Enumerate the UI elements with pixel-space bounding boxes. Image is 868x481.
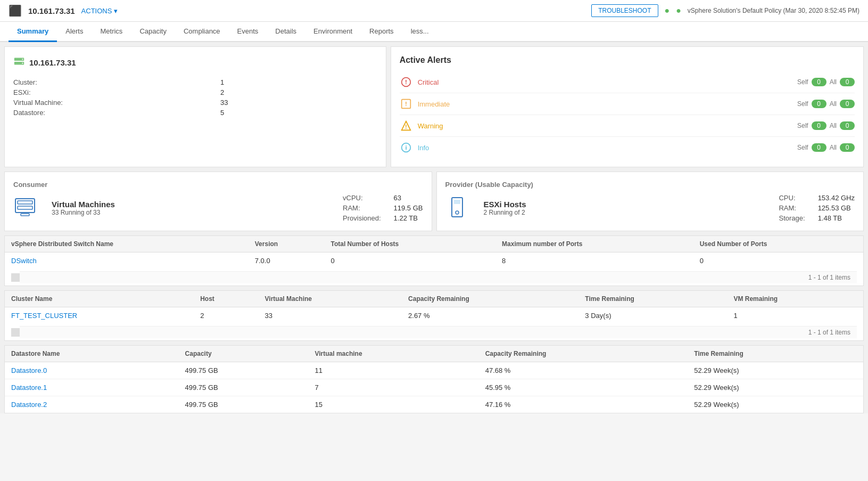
tab-reports[interactable]: Reports: [361, 22, 402, 42]
provider-stats: CPU: 153.42 GHz RAM: 125.53 GB Storage: …: [779, 194, 855, 222]
tab-alerts[interactable]: Alerts: [57, 22, 92, 42]
ds0-time-remaining: 52.29 Week(s): [688, 362, 863, 379]
datastore1-link[interactable]: Datastore.1: [11, 384, 47, 392]
tab-less[interactable]: less...: [402, 22, 437, 42]
esxi-resource-icon: [445, 195, 469, 221]
switch-table-header: vSphere Distributed Switch Name Version …: [5, 236, 863, 252]
switch-version: 7.0.0: [249, 252, 325, 270]
svg-point-2: [22, 59, 23, 60]
vcpu-value: 63: [394, 194, 423, 202]
datastore-value: 5: [220, 109, 377, 117]
server-icon: ⬛: [9, 4, 22, 17]
alert-row-warning: ! Warning Self 0 All 0: [400, 115, 855, 137]
esxi-value: 2: [220, 88, 377, 96]
svg-text:!: !: [405, 78, 407, 85]
ds1-time-remaining: 52.29 Week(s): [688, 379, 863, 396]
alerts-panel: Active Alerts ! Critical Self 0 All 0 !: [391, 46, 864, 167]
header-right: TROUBLESHOOT ● ● vSphere Solution's Defa…: [591, 4, 859, 17]
tab-details[interactable]: Details: [267, 22, 305, 42]
ds1-vm: 7: [308, 379, 478, 396]
provisioned-value: 1.22 TB: [394, 214, 423, 222]
datastore0-link[interactable]: Datastore.0: [11, 366, 47, 374]
alert-row-critical: ! Critical Self 0 All 0: [400, 71, 855, 93]
datastore2-link[interactable]: Datastore.2: [11, 401, 47, 409]
provider-resource-block: ESXi Hosts 2 Running of 2 CPU: 153.42 GH…: [445, 194, 855, 222]
critical-all-count: 0: [840, 78, 855, 86]
cluster-link[interactable]: FT_TEST_CLUSTER: [11, 312, 77, 320]
dswitch-link[interactable]: DSwitch: [11, 257, 37, 265]
col-switch-name: vSphere Distributed Switch Name: [5, 236, 249, 252]
warning-all-count: 0: [840, 121, 855, 130]
storage-value: 1.48 TB: [818, 214, 855, 222]
cluster-resize-handle[interactable]: [11, 328, 20, 337]
storage-label: Storage:: [779, 214, 805, 222]
immediate-label[interactable]: Immediate: [418, 100, 797, 108]
tab-environment[interactable]: Environment: [305, 22, 361, 42]
provider-ram-value: 125.53 GB: [818, 204, 855, 212]
critical-icon: !: [400, 76, 412, 88]
consumer-panel: Consumer Virtual Machines 33 Running of …: [4, 172, 432, 231]
tab-events[interactable]: Events: [229, 22, 267, 42]
cluster-table-section: Cluster Name Host Virtual Machine Capaci…: [4, 290, 864, 341]
col-capacity-remaining: Capacity Remaining: [402, 291, 578, 307]
tab-summary[interactable]: Summary: [9, 22, 57, 42]
vm-resource-icon: [13, 195, 37, 221]
esxi-resource-title: ESXi Hosts: [484, 200, 771, 209]
info-all-count: 0: [840, 143, 855, 152]
col-version: Version: [249, 236, 325, 252]
critical-label[interactable]: Critical: [418, 78, 797, 86]
ds0-capacity-remaining: 47.68 %: [479, 362, 688, 379]
warning-label[interactable]: Warning: [418, 122, 797, 130]
provider-ram-label: RAM:: [779, 204, 805, 212]
esxi-label: ESXi:: [13, 88, 212, 96]
col-virtual-machine-ds: Virtual machine: [308, 346, 478, 362]
svg-text:!: !: [405, 100, 407, 107]
info-panel-ip: 10.161.73.31: [29, 58, 76, 67]
ds0-capacity: 499.75 GB: [179, 362, 309, 379]
cluster-time-remaining: 3 Day(s): [578, 307, 727, 324]
table-row: Datastore.0 499.75 GB 11 47.68 % 52.29 W…: [5, 362, 863, 379]
immediate-self-count: 0: [812, 100, 826, 108]
actions-button[interactable]: ACTIONS: [81, 7, 118, 15]
alerts-title: Active Alerts: [400, 55, 855, 65]
col-time-remaining: Time Remaining: [578, 291, 727, 307]
warning-icon: !: [400, 119, 412, 132]
tab-capacity[interactable]: Capacity: [131, 22, 175, 42]
vm-resource-subtitle: 33 Running of 33: [52, 209, 334, 216]
consumer-resource-info: Virtual Machines 33 Running of 33: [52, 200, 334, 216]
cluster-value: 1: [220, 78, 377, 86]
switch-table: vSphere Distributed Switch Name Version …: [5, 236, 863, 269]
col-total-hosts: Total Number of Hosts: [325, 236, 496, 252]
ds1-capacity-remaining: 45.95 %: [479, 379, 688, 396]
cluster-table-header: Cluster Name Host Virtual Machine Capaci…: [5, 291, 863, 307]
consumer-section-label: Consumer: [13, 181, 423, 189]
info-self-label: Self: [797, 144, 808, 151]
switch-resize-handle[interactable]: [11, 273, 20, 282]
info-grid: Cluster: 1 ESXi: 2 Virtual Machine: 33 D…: [13, 78, 377, 117]
col-ds-capacity-remaining: Capacity Remaining: [479, 346, 688, 362]
svg-rect-13: [18, 201, 32, 204]
provider-panel: Provider (Usable Capacity) ESXi Hosts 2 …: [436, 172, 864, 231]
info-label[interactable]: Info: [418, 144, 797, 152]
provisioned-label: Provisioned:: [343, 214, 381, 222]
tab-metrics[interactable]: Metrics: [92, 22, 131, 42]
tab-compliance[interactable]: Compliance: [175, 22, 229, 42]
info-self-count: 0: [812, 143, 826, 152]
col-virtual-machine: Virtual Machine: [259, 291, 402, 307]
info-counts: Self 0 All 0: [797, 143, 855, 152]
consumer-resource-block: Virtual Machines 33 Running of 33 vCPU: …: [13, 194, 423, 222]
svg-text:i: i: [405, 144, 407, 151]
troubleshoot-button[interactable]: TROUBLESHOOT: [591, 4, 658, 17]
vm-value: 33: [220, 99, 377, 107]
ds2-capacity-remaining: 47.16 %: [479, 396, 688, 413]
switch-max-ports: 8: [495, 252, 693, 270]
cpu-label: CPU:: [779, 194, 805, 202]
critical-all-label: All: [830, 78, 837, 86]
col-vm-remaining: VM Remaining: [727, 291, 863, 307]
vcpu-label: vCPU:: [343, 194, 381, 202]
ram-label: RAM:: [343, 204, 381, 212]
info-icon: i: [400, 141, 412, 154]
mid-section: Consumer Virtual Machines 33 Running of …: [0, 172, 868, 231]
ds2-vm: 15: [308, 396, 478, 413]
svg-point-3: [22, 63, 23, 64]
